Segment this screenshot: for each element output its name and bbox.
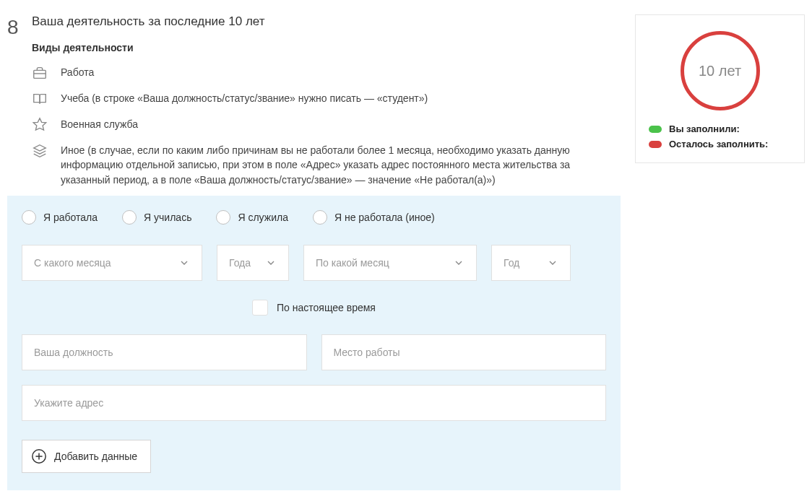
radio-label: Я служила (238, 212, 288, 223)
legend-remaining: Осталось заполнить: (649, 139, 791, 149)
subsection-title: Виды деятельности (32, 42, 621, 53)
progress-card: 10 лет Вы заполнили: Осталось заполнить: (635, 14, 805, 163)
book-icon (32, 91, 48, 107)
svg-rect-0 (34, 70, 46, 78)
from-year-select[interactable]: Года (217, 245, 289, 281)
layers-icon (32, 143, 48, 159)
select-placeholder: С какого месяца (34, 257, 111, 269)
activity-other: Иное (в случае, если по каким либо причи… (32, 143, 621, 187)
briefcase-icon (32, 65, 48, 81)
pill-red-icon (649, 141, 662, 148)
radio-icon (22, 210, 36, 225)
to-month-select[interactable]: По какой месяц (303, 245, 477, 281)
pill-green-icon (649, 126, 662, 133)
activity-label: Учеба (в строке «Ваша должность/статус/з… (61, 91, 428, 105)
radio-served[interactable]: Я служила (216, 210, 288, 225)
chevron-down-icon (547, 257, 558, 269)
present-checkbox[interactable] (252, 300, 268, 316)
position-input[interactable] (22, 334, 307, 370)
radio-icon (313, 210, 327, 225)
activity-label: Работа (61, 65, 94, 79)
activity-study: Учеба (в строке «Ваша должность/статус/з… (32, 91, 621, 107)
present-checkbox-label: По настоящее время (277, 302, 376, 313)
from-month-select[interactable]: С какого месяца (22, 245, 202, 281)
radio-label: Я училась (144, 212, 191, 223)
chevron-down-icon (265, 257, 277, 269)
radio-icon (122, 210, 137, 225)
chevron-down-icon (178, 257, 190, 269)
to-year-select[interactable]: Год (491, 245, 571, 281)
radio-not-worked[interactable]: Я не работала (иное) (313, 210, 435, 225)
select-placeholder: Год (504, 257, 519, 269)
plus-circle-icon (31, 448, 47, 464)
add-button-label: Добавить данные (54, 451, 137, 462)
chevron-down-icon (453, 257, 465, 269)
activity-form-panel: Я работала Я училась Я служила Я не рабо… (7, 196, 621, 490)
activity-type-list: Работа Учеба (в строке «Ваша должность/с… (32, 65, 621, 187)
period-select-row: С какого месяца Года По какой месяц (22, 245, 606, 281)
present-time-row: По настоящее время (22, 300, 606, 316)
star-icon (32, 117, 48, 133)
activity-label: Военная служба (61, 117, 138, 131)
workplace-input[interactable] (321, 334, 607, 370)
add-data-button[interactable]: Добавить данные (22, 440, 151, 473)
radio-worked[interactable]: Я работала (22, 210, 98, 225)
activity-type-radios: Я работала Я училась Я служила Я не рабо… (22, 210, 606, 225)
activity-work: Работа (32, 65, 621, 81)
activity-military: Военная служба (32, 117, 621, 133)
radio-icon (216, 210, 230, 225)
section-title: Ваша деятельность за последние 10 лет (32, 14, 621, 29)
select-placeholder: Года (229, 257, 251, 269)
address-input[interactable] (22, 385, 606, 421)
select-placeholder: По какой месяц (316, 257, 389, 269)
legend-filled: Вы заполнили: (649, 123, 791, 134)
radio-label: Я работала (43, 212, 98, 223)
ring-label: 10 лет (699, 63, 741, 79)
radio-label: Я не работала (иное) (334, 212, 435, 223)
legend-label: Вы заполнили: (669, 123, 740, 134)
legend-label: Осталось заполнить: (669, 139, 768, 149)
activity-label: Иное (в случае, если по каким либо причи… (61, 143, 621, 187)
radio-studied[interactable]: Я училась (122, 210, 191, 225)
progress-ring: 10 лет (681, 31, 760, 110)
